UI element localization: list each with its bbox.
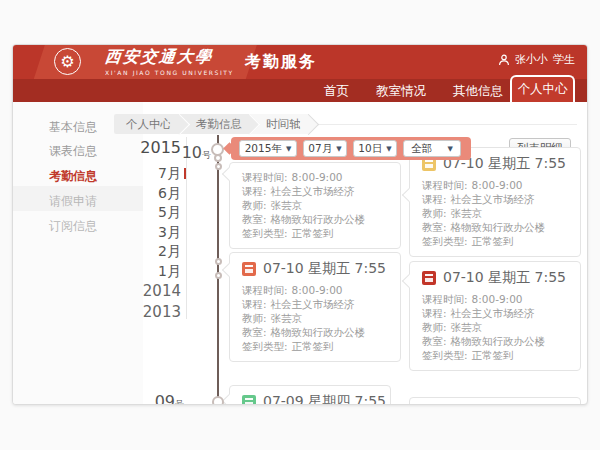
breadcrumb: 个人中心 考勤信息 时间轴 xyxy=(114,114,309,134)
card-tail xyxy=(222,167,236,181)
card-field: 教室:格物致知行政办公楼 xyxy=(242,325,388,339)
card-field: 课程:社会主义市场经济 xyxy=(242,184,388,198)
card-tail xyxy=(402,188,416,202)
card-field: 教室:格物致知行政办公楼 xyxy=(422,334,568,348)
card-field: 签到类型:正常签到 xyxy=(422,348,568,362)
scale-month-jun[interactable]: 6月 xyxy=(109,184,181,202)
user-icon xyxy=(498,54,510,66)
timeline-node xyxy=(215,163,222,170)
university-brand: 西安交通大學 XI'AN JIAO TONG UNIVERSITY xyxy=(105,47,234,76)
day-label-10: 10号 xyxy=(163,143,211,162)
card-field: 教室:格物致知行政办公楼 xyxy=(242,212,388,226)
card-field: 课程:社会主义市场经济 xyxy=(242,297,388,311)
checkin-type-icon xyxy=(242,395,256,405)
timeline-axis xyxy=(217,135,219,405)
attendance-card: 07-10 星期五 7:55 课程时间:8:00-9:00 课程:社会主义市场经… xyxy=(409,147,581,257)
card-title: 07-10 星期五 7:55 xyxy=(443,269,566,287)
current-month-marker xyxy=(184,168,186,179)
user-name: 张小小 xyxy=(515,52,548,67)
scale-month-jul[interactable]: 7月 xyxy=(109,164,181,182)
attendance-card-partial xyxy=(409,397,581,405)
attendance-card: 课程时间:8:00-9:00 课程:社会主义市场经济 教师:张芸京 教室:格物致… xyxy=(229,162,401,249)
card-field: 签到类型:正常签到 xyxy=(422,234,568,248)
chevron-down-icon: ▼ xyxy=(386,145,391,153)
card-field: 课程时间:8:00-9:00 xyxy=(242,170,388,184)
card-header: 07-10 星期五 7:55 xyxy=(422,269,568,287)
breadcrumb-divider-line xyxy=(313,124,577,125)
university-logo-icon: ⚙ xyxy=(54,48,81,75)
app-title: 考勤服务 xyxy=(245,52,317,73)
day-label-09: 09号 xyxy=(136,392,184,405)
chevron-down-icon: ▼ xyxy=(336,145,341,153)
breadcrumb-personal-center[interactable]: 个人中心 xyxy=(114,114,180,134)
user-role: 学生 xyxy=(553,52,575,67)
scale-month-jan[interactable]: 1月 xyxy=(109,262,181,280)
scale-month-feb[interactable]: 2月 xyxy=(109,242,181,260)
card-field: 课程:社会主义市场经济 xyxy=(422,192,568,206)
card-tail xyxy=(222,394,236,405)
card-tail xyxy=(402,274,416,288)
nav-classrooms[interactable]: 教室情况 xyxy=(376,79,426,102)
page: ⚙ 西安交通大學 XI'AN JIAO TONG UNIVERSITY 考勤服务… xyxy=(0,0,600,450)
nav-home[interactable]: 首页 xyxy=(324,79,349,102)
chevron-down-icon: ▼ xyxy=(448,145,453,153)
nav-other-info[interactable]: 其他信息 xyxy=(453,79,503,102)
card-field: 课程时间:8:00-9:00 xyxy=(422,178,568,192)
main-nav: 首页 教室情况 其他信息 xyxy=(13,79,588,102)
card-field: 教师:张芸京 xyxy=(242,311,388,325)
nav-personal-center-active-tab[interactable]: 个人中心 xyxy=(510,75,575,102)
checkin-type-icon xyxy=(242,262,256,276)
chevron-down-icon: ▼ xyxy=(286,145,291,153)
scale-year-2014[interactable]: 2014 xyxy=(109,282,181,300)
card-field: 课程时间:8:00-9:00 xyxy=(242,283,388,297)
card-title: 07-10 星期五 7:55 xyxy=(263,260,386,278)
month-select[interactable]: 07月▼ xyxy=(303,140,347,157)
filter-bar: 2015年▼ 07月▼ 10日▼ 全部▼ xyxy=(231,137,471,160)
timeline-scale-divider xyxy=(186,137,187,319)
timeline-node xyxy=(215,272,222,279)
year-select[interactable]: 2015年▼ xyxy=(239,140,297,157)
type-select[interactable]: 全部▼ xyxy=(403,140,461,157)
scale-year-2013[interactable]: 2013 xyxy=(109,303,181,321)
card-field: 教师:张芸京 xyxy=(422,320,568,334)
checkin-type-icon xyxy=(422,271,436,285)
header: ⚙ 西安交通大學 XI'AN JIAO TONG UNIVERSITY 考勤服务… xyxy=(13,45,588,79)
scale-month-may[interactable]: 5月 xyxy=(109,203,181,221)
card-field: 教师:张芸京 xyxy=(422,206,568,220)
card-field: 课程时间:8:00-9:00 xyxy=(422,292,568,306)
card-tail xyxy=(222,263,236,277)
user-info[interactable]: 张小小 学生 xyxy=(498,52,575,67)
timeline-node xyxy=(215,258,222,265)
attendance-card: 07-10 星期五 7:55 课程时间:8:00-9:00 课程:社会主义市场经… xyxy=(229,252,401,362)
scale-month-mar[interactable]: 3月 xyxy=(109,223,181,241)
card-header: 07-09 星期四 7:55 xyxy=(242,393,378,405)
university-name-zh: 西安交通大學 xyxy=(104,47,235,68)
attendance-card: 07-10 星期五 7:55 课程时间:8:00-9:00 课程:社会主义市场经… xyxy=(409,261,581,371)
timeline-node xyxy=(214,154,222,162)
day-select[interactable]: 10日▼ xyxy=(353,140,397,157)
attendance-card: 07-09 星期四 7:55 xyxy=(229,385,391,405)
card-field: 课程:社会主义市场经济 xyxy=(422,306,568,320)
card-title: 07-09 星期四 7:55 xyxy=(263,393,386,405)
card-field: 签到类型:正常签到 xyxy=(242,339,388,353)
timeline-node-day09 xyxy=(212,396,224,405)
card-field: 教师:张芸京 xyxy=(242,198,388,212)
university-name-en: XI'AN JIAO TONG UNIVERSITY xyxy=(105,69,234,76)
card-header: 07-10 星期五 7:55 xyxy=(242,260,388,278)
card-field: 教室:格物致知行政办公楼 xyxy=(422,220,568,234)
card-field: 签到类型:正常签到 xyxy=(242,226,388,240)
app-window: ⚙ 西安交通大學 XI'AN JIAO TONG UNIVERSITY 考勤服务… xyxy=(12,44,588,405)
